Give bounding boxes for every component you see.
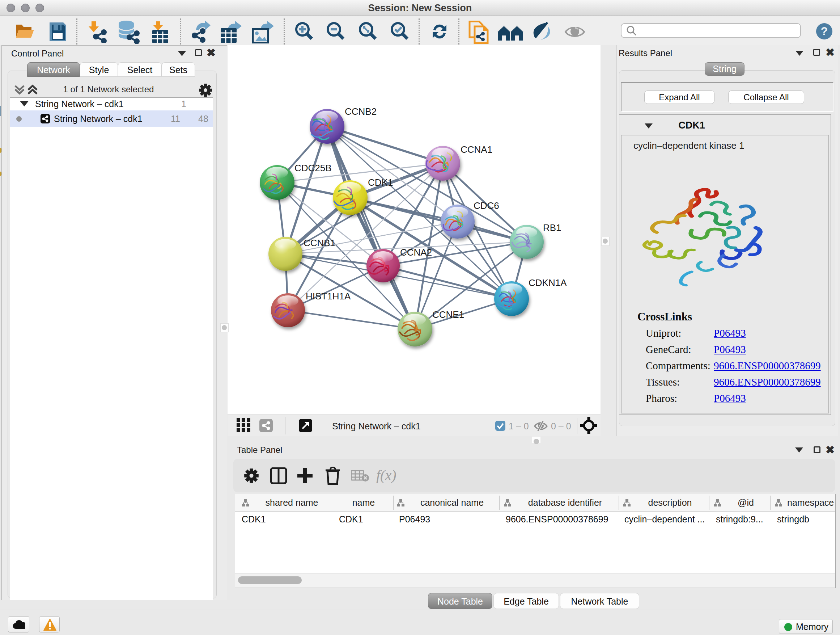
svg-text:CCNA2: CCNA2: [400, 247, 432, 258]
svg-text:CDK1: CDK1: [368, 177, 393, 188]
svg-text:CCNB2: CCNB2: [345, 106, 377, 117]
svg-text:HIST1H1A: HIST1H1A: [306, 291, 351, 302]
svg-text:CCNB1: CCNB1: [303, 238, 335, 249]
svg-text:RB1: RB1: [543, 222, 561, 233]
svg-text:CCNA1: CCNA1: [461, 144, 493, 155]
svg-text:CCNE1: CCNE1: [432, 309, 464, 320]
svg-text:CDC25B: CDC25B: [294, 163, 332, 173]
svg-text:CDKN1A: CDKN1A: [529, 277, 567, 288]
svg-text:CDC6: CDC6: [474, 200, 499, 211]
